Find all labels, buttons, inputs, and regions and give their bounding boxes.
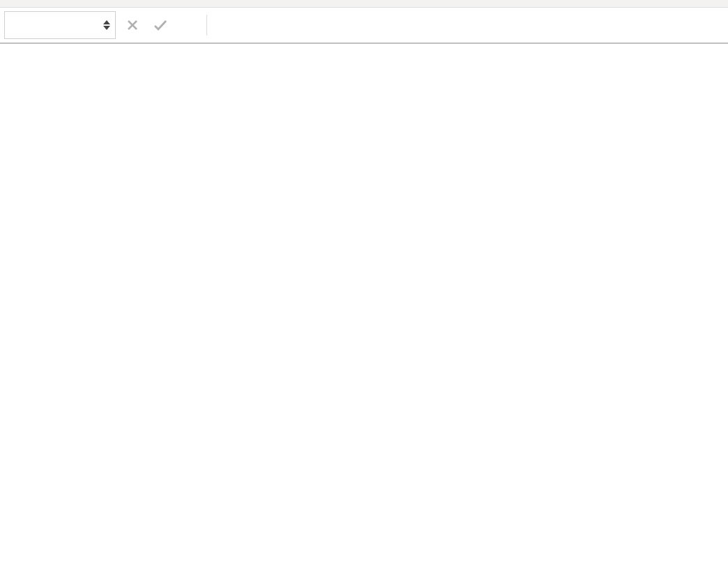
close-icon [126, 19, 139, 31]
cancel-button[interactable] [119, 11, 146, 39]
svg-marker-0 [103, 20, 110, 24]
toolbar-placeholder [0, 0, 728, 8]
chevron-down-icon [103, 25, 111, 31]
confirm-button[interactable] [146, 11, 174, 39]
svg-marker-1 [103, 26, 110, 30]
name-box[interactable] [4, 11, 116, 39]
formula-input[interactable] [211, 10, 728, 40]
chevron-up-icon [103, 20, 111, 25]
divider [206, 15, 207, 36]
check-icon [153, 19, 168, 31]
formula-bar [0, 8, 728, 44]
name-box-stepper[interactable] [103, 20, 111, 31]
